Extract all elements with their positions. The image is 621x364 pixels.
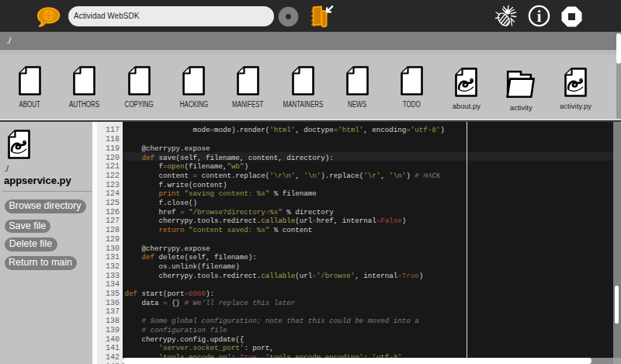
svg-text:i: i <box>537 8 542 25</box>
